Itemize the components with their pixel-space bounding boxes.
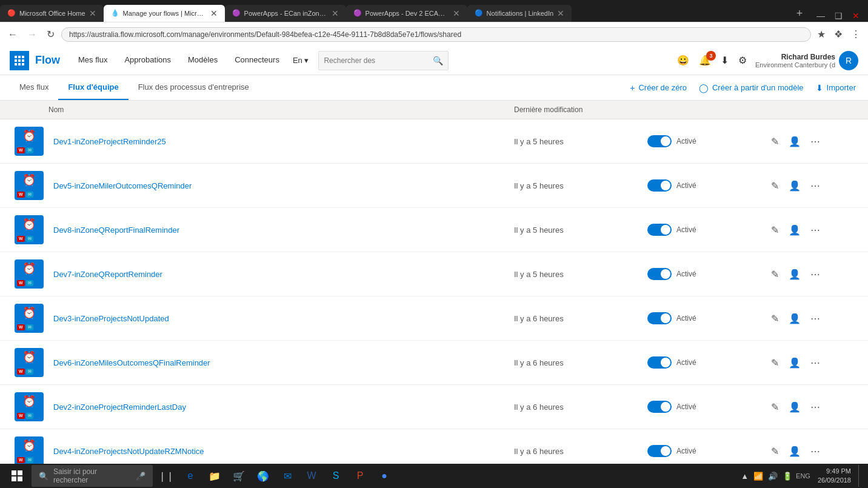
- minimize-button[interactable]: —: [813, 10, 829, 22]
- flow-more-button[interactable]: ⋯: [808, 310, 823, 327]
- browser-tab-tab3[interactable]: 🟣 PowerApps - ECan inZone - Trai... ✕: [225, 5, 346, 22]
- flow-share-button[interactable]: 👤: [786, 355, 803, 371]
- restore-button[interactable]: ❑: [831, 10, 846, 22]
- tab-close-button[interactable]: ✕: [210, 8, 218, 18]
- flow-name[interactable]: Dev7-inZoneQReportReminder: [53, 270, 514, 279]
- flow-name[interactable]: Dev8-inZoneQReportFinalReminder: [53, 226, 514, 235]
- flow-toggle[interactable]: [647, 135, 672, 147]
- search-area[interactable]: 🔍: [318, 51, 449, 70]
- flow-name[interactable]: Dev4-inZoneProjectsNotUpdateRZMNotice: [53, 447, 514, 456]
- flow-name[interactable]: Dev2-inZoneProjectReminderLastDay: [53, 403, 514, 412]
- waffle-icon[interactable]: [10, 51, 29, 70]
- flow-toggle[interactable]: [647, 356, 672, 369]
- flow-share-button[interactable]: 👤: [786, 443, 803, 460]
- start-button[interactable]: [5, 464, 29, 473]
- flow-more-button[interactable]: ⋯: [808, 266, 823, 282]
- flow-share-button[interactable]: 👤: [786, 222, 803, 238]
- show-desktop-button[interactable]: [858, 465, 863, 473]
- flow-edit-button[interactable]: ✎: [769, 443, 781, 460]
- flow-toggle[interactable]: [647, 224, 672, 236]
- back-button[interactable]: ←: [5, 28, 21, 41]
- browser-tab-tab5[interactable]: 🔵 Notifications | LinkedIn ✕: [467, 5, 572, 22]
- taskbar-search[interactable]: 🔍 Saisir ici pour rechercher 🎤: [32, 465, 153, 473]
- flow-name[interactable]: Dev5-inZoneMilerOutcomesQReminder: [53, 181, 514, 190]
- search-input[interactable]: [324, 56, 433, 65]
- tab-close-button[interactable]: ✕: [89, 8, 96, 18]
- taskbar-ie-icon[interactable]: e: [179, 465, 201, 473]
- taskbar-skype-icon[interactable]: S: [325, 465, 347, 473]
- tab-flux-processus[interactable]: Flux des processus d'entreprise: [129, 75, 259, 100]
- flow-toggle[interactable]: [647, 312, 672, 324]
- browser-tab-tab1[interactable]: 🔴 Microsoft Office Home ✕: [0, 5, 104, 22]
- tab-close-button[interactable]: ✕: [332, 8, 339, 18]
- flow-edit-button[interactable]: ✎: [769, 178, 781, 194]
- flow-toggle[interactable]: [647, 401, 672, 413]
- search-button[interactable]: 🔍: [433, 56, 443, 65]
- flow-share-button[interactable]: 👤: [786, 133, 803, 150]
- flow-more-button[interactable]: ⋯: [808, 355, 823, 371]
- flow-edit-button[interactable]: ✎: [769, 399, 781, 415]
- flow-more-button[interactable]: ⋯: [808, 399, 823, 415]
- new-tab-button[interactable]: +: [791, 5, 808, 22]
- task-view-button[interactable]: ❘❘: [155, 465, 177, 473]
- lang-selector[interactable]: En ▾: [288, 46, 314, 75]
- taskbar-outlook-icon[interactable]: ✉: [276, 465, 298, 473]
- notifications-button[interactable]: 🔔 3: [695, 52, 715, 69]
- nav-modeles[interactable]: Modèles: [179, 46, 226, 75]
- user-area[interactable]: Richard Burdes Environment Canterbury (d…: [755, 51, 858, 70]
- forward-button[interactable]: →: [24, 28, 40, 41]
- extensions-button[interactable]: ❖: [832, 27, 845, 41]
- nav-approbations[interactable]: Approbations: [116, 46, 179, 75]
- browser-tab-tab4[interactable]: 🟣 PowerApps - Dev 2 ECAN InZone... ✕: [346, 5, 467, 22]
- create-zero-button[interactable]: + Créer de zéro: [627, 78, 689, 98]
- user-avatar[interactable]: R: [839, 51, 858, 70]
- flow-share-button[interactable]: 👤: [786, 178, 803, 194]
- system-tray-arrow[interactable]: ▲: [739, 470, 750, 474]
- flow-name[interactable]: Dev6-inZoneMilesOutcomesQFinalReminder: [53, 358, 514, 367]
- flow-more-button[interactable]: ⋯: [808, 222, 823, 238]
- flow-toggle[interactable]: [647, 179, 672, 192]
- nav-mes-flux[interactable]: Mes flux: [70, 46, 116, 75]
- flow-toggle[interactable]: [647, 268, 672, 280]
- tab-close-button[interactable]: ✕: [557, 8, 564, 18]
- flow-name[interactable]: Dev3-inZoneProjectsNotUpdated: [53, 314, 514, 323]
- tab-flux-equipe[interactable]: Flux d'équipe: [58, 75, 128, 100]
- emoji-button[interactable]: 😀: [673, 52, 693, 69]
- flow-more-button[interactable]: ⋯: [808, 178, 823, 194]
- taskbar-chrome-icon[interactable]: ●: [373, 465, 395, 473]
- flow-toggle[interactable]: [647, 445, 672, 457]
- flow-share-button[interactable]: 👤: [786, 399, 803, 415]
- flow-more-button[interactable]: ⋯: [808, 133, 823, 150]
- browser-menu-button[interactable]: ⋮: [849, 27, 863, 41]
- address-bar[interactable]: https://australia.flow.microsoft.com/man…: [61, 27, 811, 42]
- flow-edit-button[interactable]: ✎: [769, 310, 781, 327]
- settings-button[interactable]: ⚙: [735, 52, 750, 69]
- flow-edit-button[interactable]: ✎: [769, 355, 781, 371]
- tab-close-button[interactable]: ✕: [453, 8, 460, 18]
- volume-icon[interactable]: 🔊: [767, 470, 779, 474]
- taskbar-word-icon[interactable]: W: [301, 465, 322, 473]
- battery-icon[interactable]: 🔋: [781, 470, 793, 474]
- nav-connecteurs[interactable]: Connecteurs: [226, 46, 288, 75]
- create-model-button[interactable]: ◯ Créer à partir d'un modèle: [696, 78, 806, 98]
- bookmark-button[interactable]: ★: [815, 27, 828, 41]
- import-button[interactable]: ⬇ Importer: [813, 78, 858, 98]
- taskbar-clock[interactable]: 9:49 PM 26/09/2018: [813, 467, 856, 473]
- taskbar-folder-icon[interactable]: 📁: [204, 465, 225, 473]
- browser-tab-tab2[interactable]: 💧 Manage your flows | Microsoft Fl... ✕: [104, 5, 225, 22]
- taskbar-powerpoint-icon[interactable]: P: [349, 465, 371, 473]
- taskbar-firefox-icon[interactable]: 🌎: [252, 465, 274, 473]
- taskbar-store-icon[interactable]: 🛒: [228, 465, 250, 473]
- flow-more-button[interactable]: ⋯: [808, 443, 823, 460]
- flow-edit-button[interactable]: ✎: [769, 222, 781, 238]
- lang-indicator[interactable]: ENG: [796, 472, 810, 473]
- flow-share-button[interactable]: 👤: [786, 266, 803, 282]
- flow-edit-button[interactable]: ✎: [769, 266, 781, 282]
- download-button[interactable]: ⬇: [717, 52, 732, 69]
- network-icon[interactable]: 📶: [752, 470, 764, 474]
- tab-mes-flux[interactable]: Mes flux: [10, 75, 58, 100]
- reload-button[interactable]: ↻: [44, 27, 58, 41]
- flow-share-button[interactable]: 👤: [786, 310, 803, 327]
- flow-edit-button[interactable]: ✎: [769, 133, 781, 150]
- close-button[interactable]: ✕: [849, 10, 863, 22]
